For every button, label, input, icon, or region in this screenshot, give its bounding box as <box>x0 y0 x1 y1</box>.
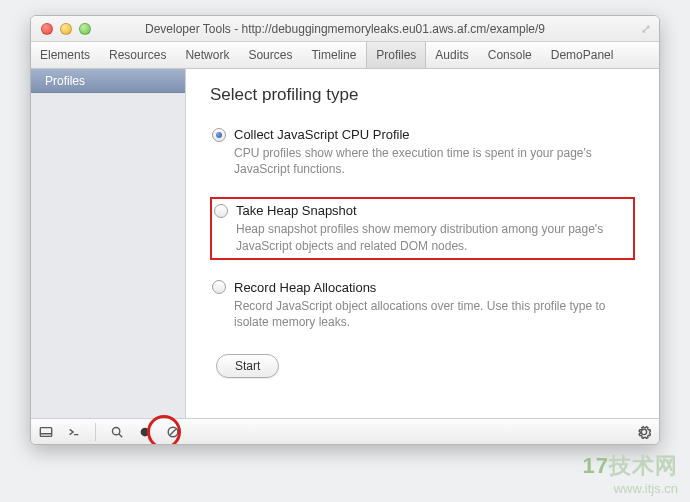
watermark-prefix: 17 <box>583 453 609 478</box>
watermark-suffix: 技术网 <box>609 453 678 478</box>
dock-icon[interactable] <box>39 425 53 439</box>
start-button[interactable]: Start <box>216 354 279 378</box>
tab-profiles[interactable]: Profiles <box>366 42 426 68</box>
tab-sources[interactable]: Sources <box>239 42 302 68</box>
option-heap-allocations[interactable]: Record Heap Allocations Record JavaScrip… <box>210 276 635 334</box>
traffic-lights <box>31 23 91 35</box>
close-icon[interactable] <box>41 23 53 35</box>
tab-resources[interactable]: Resources <box>100 42 176 68</box>
tab-timeline[interactable]: Timeline <box>302 42 366 68</box>
minimize-icon[interactable] <box>60 23 72 35</box>
titlebar: Developer Tools - http://debuggingmemory… <box>31 16 659 42</box>
svg-point-5 <box>141 427 150 436</box>
sidebar-header: Profiles <box>31 69 185 93</box>
clear-icon[interactable] <box>166 425 180 439</box>
option-label: Take Heap Snapshot <box>236 203 357 218</box>
watermark-url: www.itjs.cn <box>583 481 678 496</box>
option-label: Collect JavaScript CPU Profile <box>234 127 410 142</box>
zoom-icon[interactable] <box>79 23 91 35</box>
watermark: 17技术网 www.itjs.cn <box>583 451 678 496</box>
option-desc: Record JavaScript object allocations ove… <box>234 298 633 330</box>
radio-heap-snapshot[interactable] <box>214 204 228 218</box>
tab-elements[interactable]: Elements <box>31 42 100 68</box>
divider <box>95 423 96 441</box>
tab-network[interactable]: Network <box>176 42 239 68</box>
devtools-window: Developer Tools - http://debuggingmemory… <box>30 15 660 445</box>
statusbar <box>31 418 659 444</box>
gear-icon[interactable] <box>637 425 651 439</box>
search-icon[interactable] <box>110 425 124 439</box>
body: Profiles Select profiling type Collect J… <box>31 69 659 418</box>
radio-heap-allocations[interactable] <box>212 280 226 294</box>
record-icon[interactable] <box>138 425 152 439</box>
sidebar: Profiles <box>31 69 186 418</box>
tab-demopanel[interactable]: DemoPanel <box>542 42 624 68</box>
svg-rect-0 <box>40 427 51 436</box>
tab-console[interactable]: Console <box>479 42 542 68</box>
svg-point-3 <box>112 427 119 434</box>
console-icon[interactable] <box>67 425 81 439</box>
window-title: Developer Tools - http://debuggingmemory… <box>31 22 659 36</box>
svg-line-7 <box>170 428 176 434</box>
fullscreen-icon[interactable]: ⤢ <box>641 22 651 36</box>
option-cpu-profile[interactable]: Collect JavaScript CPU Profile CPU profi… <box>210 123 635 181</box>
option-label: Record Heap Allocations <box>234 280 376 295</box>
svg-line-4 <box>119 433 122 436</box>
page-title: Select profiling type <box>210 85 635 105</box>
tabs-toolbar: Elements Resources Network Sources Timel… <box>31 42 659 69</box>
option-desc: Heap snapshot profiles show memory distr… <box>236 221 631 253</box>
tab-audits[interactable]: Audits <box>426 42 478 68</box>
option-desc: CPU profiles show where the execution ti… <box>234 145 633 177</box>
option-heap-snapshot[interactable]: Take Heap Snapshot Heap snapshot profile… <box>210 197 635 259</box>
main-panel: Select profiling type Collect JavaScript… <box>186 69 659 418</box>
radio-cpu-profile[interactable] <box>212 128 226 142</box>
